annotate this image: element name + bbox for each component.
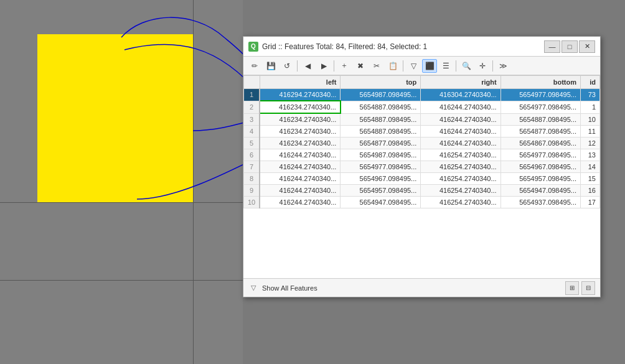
undo-button[interactable]: ◀ [300, 59, 315, 73]
maximize-button[interactable]: □ [562, 40, 578, 53]
cell-left: 416234.2740340... [260, 101, 341, 113]
table-row[interactable]: 6416244.2740340...5654987.098495...41625… [244, 149, 600, 161]
cell-row-num: 8 [244, 173, 260, 185]
cell-row-num: 2 [244, 101, 260, 113]
pan-button[interactable]: ✛ [475, 59, 490, 73]
reload-button[interactable]: ↺ [280, 59, 294, 73]
toolbar: ✏ 💾 ↺ ◀ ▶ ＋ ✖ ✂ 📋 ▽ ⬛ ☰ 🔍 ✛ ≫ [243, 57, 600, 75]
cell-bottom: 5654957.098495... [500, 173, 580, 185]
separator-1 [297, 60, 298, 72]
cell-bottom: 5654967.098495... [500, 161, 580, 173]
cell-id: 11 [581, 126, 600, 138]
cell-row-num: 6 [244, 149, 260, 161]
table-row[interactable]: 4416234.2740340...5654887.098495...41624… [244, 126, 600, 138]
header-top[interactable]: top [341, 76, 421, 89]
table-row[interactable]: 7416244.2740340...5654977.098495...41625… [244, 161, 600, 173]
cell-top: 5654887.098495... [341, 126, 421, 138]
grid-line-horizontal-1 [0, 202, 243, 203]
table-row[interactable]: 1416294.2740340...5654987.098495...41630… [244, 89, 600, 101]
cell-right: 416254.2740340... [421, 161, 500, 173]
feature-table-container[interactable]: left top right bottom id 1416294.2740340… [243, 75, 600, 278]
cell-left: 416244.2740340... [260, 173, 341, 185]
cell-id: 12 [581, 138, 600, 149]
cell-row-num: 5 [244, 138, 260, 149]
cell-bottom: 5654867.098495... [500, 138, 580, 149]
more-button[interactable]: ≫ [496, 59, 510, 73]
cell-top: 5654947.098495... [341, 197, 421, 208]
table-view-button[interactable]: ⊞ [565, 281, 579, 295]
add-feature-button[interactable]: ＋ [337, 59, 352, 73]
cell-top: 5654877.098495... [341, 138, 421, 149]
table-row[interactable]: 3416234.2740340...5654887.098495...41624… [244, 113, 600, 126]
cell-right: 416254.2740340... [421, 173, 500, 185]
header-bottom[interactable]: bottom [500, 76, 580, 89]
status-right-buttons: ⊞ ⊟ [565, 281, 595, 295]
cell-top: 5654887.098495... [341, 113, 421, 126]
header-id[interactable]: id [581, 76, 600, 89]
edit-pencil-button[interactable]: ✏ [247, 59, 262, 73]
title-bar: Q Grid :: Features Total: 84, Filtered: … [243, 37, 600, 57]
cell-id: 14 [581, 161, 600, 173]
cell-id: 17 [581, 197, 600, 208]
cell-top: 5654987.098495... [341, 149, 421, 161]
redo-button[interactable]: ▶ [316, 59, 331, 73]
cell-right: 416254.2740340... [421, 149, 500, 161]
cell-top: 5654967.098495... [341, 173, 421, 185]
cell-bottom: 5654977.098495... [500, 101, 580, 113]
cell-row-num: 3 [244, 113, 260, 126]
filter-form-button[interactable]: ☰ [438, 59, 453, 73]
cell-right: 416304.2740340... [421, 89, 500, 101]
cell-id: 16 [581, 185, 600, 197]
form-view-button[interactable]: ⊟ [581, 281, 595, 295]
table-row[interactable]: 9416244.2740340...5654957.098495...41625… [244, 185, 600, 197]
grid-line-vertical-1 [193, 0, 194, 364]
cell-top: 5654987.098495... [341, 89, 421, 101]
status-bar: ▽ Show All Features ⊞ ⊟ [243, 278, 600, 297]
table-row[interactable]: 10416244.2740340...5654947.098495...4162… [244, 197, 600, 208]
cell-row-num: 1 [244, 89, 260, 101]
cell-left: 416294.2740340... [260, 89, 341, 101]
cell-row-num: 9 [244, 185, 260, 197]
table-header-row: left top right bottom id [244, 76, 600, 89]
show-all-features-label[interactable]: Show All Features [262, 284, 317, 292]
delete-feature-button[interactable]: ✖ [353, 59, 368, 73]
cell-bottom: 5654947.098495... [500, 185, 580, 197]
cell-id: 1 [581, 101, 600, 113]
show-selected-button[interactable]: ⬛ [422, 59, 437, 73]
grid-line-horizontal-2 [0, 280, 243, 281]
table-row[interactable]: 5416234.2740340...5654877.098495...41624… [244, 138, 600, 149]
window-title: Grid :: Features Total: 84, Filtered: 84… [262, 42, 427, 51]
cell-bottom: 5654977.098495... [500, 89, 580, 101]
zoom-button[interactable]: 🔍 [459, 59, 474, 73]
cell-row-num: 10 [244, 197, 260, 208]
paste-button[interactable]: 📋 [385, 59, 400, 73]
cell-left: 416244.2740340... [260, 161, 341, 173]
table-row[interactable]: 8416244.2740340...5654967.098495...41625… [244, 173, 600, 185]
cell-left: 416244.2740340... [260, 149, 341, 161]
table-row[interactable]: 2416234.2740340...5654887.098495...41624… [244, 101, 600, 113]
feature-table: left top right bottom id 1416294.2740340… [243, 75, 600, 208]
cell-top: 5654977.098495... [341, 161, 421, 173]
header-row-num [244, 76, 260, 89]
cell-top: 5654957.098495... [341, 185, 421, 197]
cell-left: 416234.2740340... [260, 138, 341, 149]
header-right[interactable]: right [421, 76, 500, 89]
cut-button[interactable]: ✂ [369, 59, 384, 73]
save-button[interactable]: 💾 [263, 59, 278, 73]
cell-bottom: 5654937.098495... [500, 197, 580, 208]
yellow-feature-rect [37, 34, 193, 202]
close-button[interactable]: ✕ [579, 40, 595, 53]
cell-bottom: 5654877.098495... [500, 126, 580, 138]
cell-left: 416244.2740340... [260, 185, 341, 197]
minimize-button[interactable]: — [544, 40, 560, 53]
header-left[interactable]: left [260, 76, 341, 89]
cell-id: 10 [581, 113, 600, 126]
cell-right: 416244.2740340... [421, 138, 500, 149]
qgis-icon: Q [248, 42, 258, 52]
filter-button[interactable]: ▽ [406, 59, 421, 73]
grid-window: Q Grid :: Features Total: 84, Filtered: … [243, 36, 601, 297]
cell-right: 416254.2740340... [421, 197, 500, 208]
cell-right: 416254.2740340... [421, 185, 500, 197]
cell-bottom: 5654977.098495... [500, 149, 580, 161]
cell-id: 13 [581, 149, 600, 161]
